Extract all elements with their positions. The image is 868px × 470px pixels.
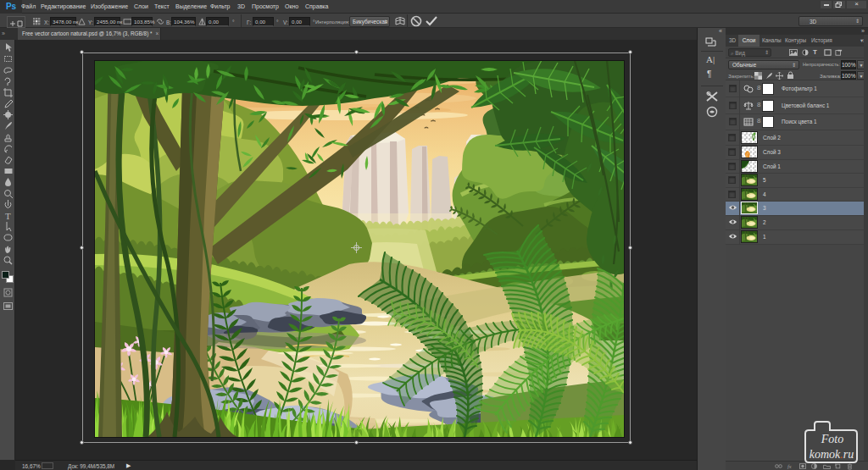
svg-text:T: T: [5, 211, 11, 221]
svg-text:Foto: Foto: [821, 433, 843, 445]
svg-text:komok.ru: komok.ru: [810, 448, 854, 461]
